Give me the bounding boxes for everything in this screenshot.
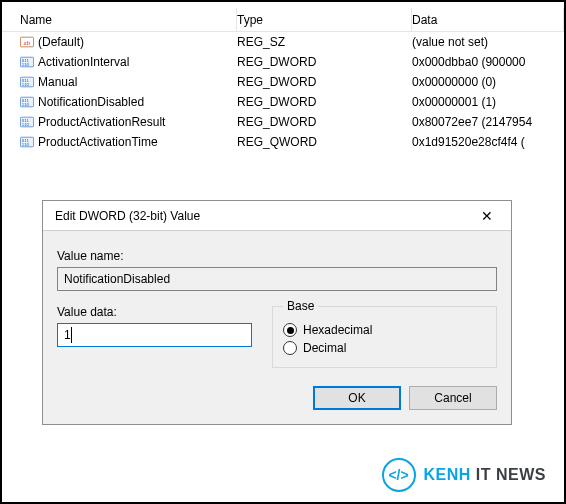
- value-name-label: Value name:: [57, 249, 497, 263]
- cell-type: REG_DWORD: [237, 92, 412, 112]
- list-header: Name Type Data: [2, 8, 564, 32]
- cell-type: REG_DWORD: [237, 52, 412, 72]
- registry-value-list: Name Type Data ab(Default)REG_SZ(value n…: [2, 2, 564, 152]
- cell-name: 011110ProductActivationResult: [2, 112, 237, 132]
- value-data-input[interactable]: [57, 323, 252, 347]
- cell-data: 0x00000000 (0): [412, 72, 564, 92]
- table-row[interactable]: 011110ActivationIntervalREG_DWORD0x000db…: [2, 52, 564, 72]
- radio-label: Hexadecimal: [303, 323, 372, 337]
- cell-data: 0x1d91520e28cf4f4 (: [412, 132, 564, 152]
- watermark-text: KENH IT NEWS: [424, 466, 546, 484]
- value-name-input[interactable]: [57, 267, 497, 291]
- value-name: (Default): [38, 32, 84, 52]
- edit-dword-dialog: Edit DWORD (32-bit) Value ✕ Value name: …: [42, 200, 512, 425]
- svg-text:ab: ab: [24, 39, 31, 47]
- text-caret: [71, 327, 72, 343]
- cell-type: REG_SZ: [237, 32, 412, 52]
- radio-icon: [283, 323, 297, 337]
- value-name: Manual: [38, 72, 77, 92]
- cell-type: REG_QWORD: [237, 132, 412, 152]
- cell-name: ab(Default): [2, 32, 237, 52]
- cell-data: (value not set): [412, 32, 564, 52]
- cell-name: 011110NotificationDisabled: [2, 92, 237, 112]
- table-row[interactable]: ab(Default)REG_SZ(value not set): [2, 32, 564, 52]
- header-name[interactable]: Name: [2, 8, 237, 32]
- dialog-titlebar: Edit DWORD (32-bit) Value ✕: [43, 201, 511, 231]
- svg-text:110: 110: [22, 82, 30, 87]
- base-group: Base Hexadecimal Decimal: [272, 299, 497, 368]
- radio-decimal[interactable]: Decimal: [283, 341, 486, 355]
- ok-button[interactable]: OK: [313, 386, 401, 410]
- header-type[interactable]: Type: [237, 8, 412, 32]
- header-data[interactable]: Data: [412, 8, 564, 32]
- cell-type: REG_DWORD: [237, 112, 412, 132]
- value-name: ProductActivationResult: [38, 112, 165, 132]
- dialog-title-text: Edit DWORD (32-bit) Value: [55, 209, 467, 223]
- cell-data: 0x000dbba0 (900000: [412, 52, 564, 72]
- svg-text:110: 110: [22, 62, 30, 67]
- numeric-value-icon: 011110: [20, 75, 34, 89]
- cell-name: 011110ActivationInterval: [2, 52, 237, 72]
- numeric-value-icon: 011110: [20, 95, 34, 109]
- table-row[interactable]: 011110ProductActivationTimeREG_QWORD0x1d…: [2, 132, 564, 152]
- cell-data: 0x00000001 (1): [412, 92, 564, 112]
- cell-type: REG_DWORD: [237, 72, 412, 92]
- value-data-label: Value data:: [57, 305, 252, 319]
- value-name: ActivationInterval: [38, 52, 129, 72]
- watermark: </> KENH IT NEWS: [382, 458, 546, 492]
- numeric-value-icon: 011110: [20, 115, 34, 129]
- cell-data: 0x80072ee7 (2147954: [412, 112, 564, 132]
- radio-hexadecimal[interactable]: Hexadecimal: [283, 323, 486, 337]
- svg-text:110: 110: [22, 142, 30, 147]
- close-icon[interactable]: ✕: [467, 202, 507, 230]
- cell-name: 011110ProductActivationTime: [2, 132, 237, 152]
- table-row[interactable]: 011110ManualREG_DWORD0x00000000 (0): [2, 72, 564, 92]
- value-name: NotificationDisabled: [38, 92, 144, 112]
- numeric-value-icon: 011110: [20, 55, 34, 69]
- radio-icon: [283, 341, 297, 355]
- value-name: ProductActivationTime: [38, 132, 158, 152]
- base-legend: Base: [283, 299, 318, 313]
- numeric-value-icon: 011110: [20, 135, 34, 149]
- svg-text:110: 110: [22, 102, 30, 107]
- table-row[interactable]: 011110NotificationDisabledREG_DWORD0x000…: [2, 92, 564, 112]
- svg-text:110: 110: [22, 122, 30, 127]
- string-value-icon: ab: [20, 35, 34, 49]
- table-row[interactable]: 011110ProductActivationResultREG_DWORD0x…: [2, 112, 564, 132]
- radio-label: Decimal: [303, 341, 346, 355]
- cell-name: 011110Manual: [2, 72, 237, 92]
- cancel-button[interactable]: Cancel: [409, 386, 497, 410]
- watermark-logo-icon: </>: [382, 458, 416, 492]
